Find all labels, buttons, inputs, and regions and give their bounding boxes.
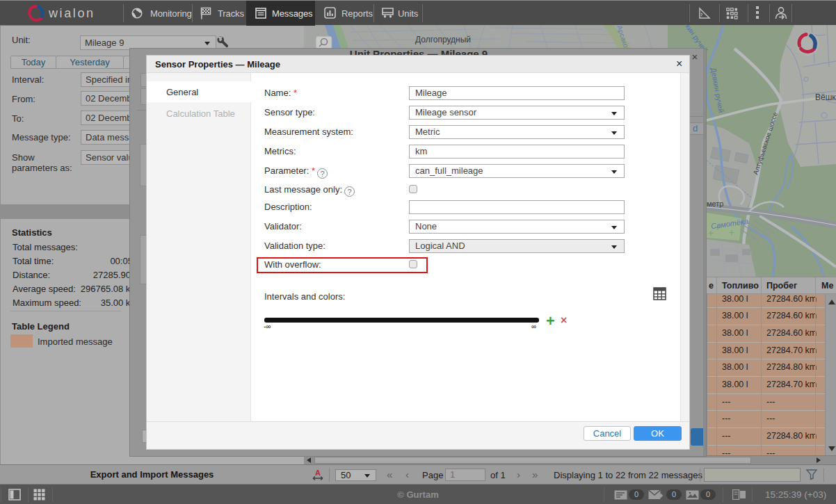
svg-text:метр: метр bbox=[707, 200, 723, 208]
svg-text:Долгопрудный: Долгопрудный bbox=[415, 35, 471, 44]
svg-text:A: A bbox=[315, 469, 321, 477]
svg-text:Вёшк: Вёшк bbox=[815, 92, 836, 102]
